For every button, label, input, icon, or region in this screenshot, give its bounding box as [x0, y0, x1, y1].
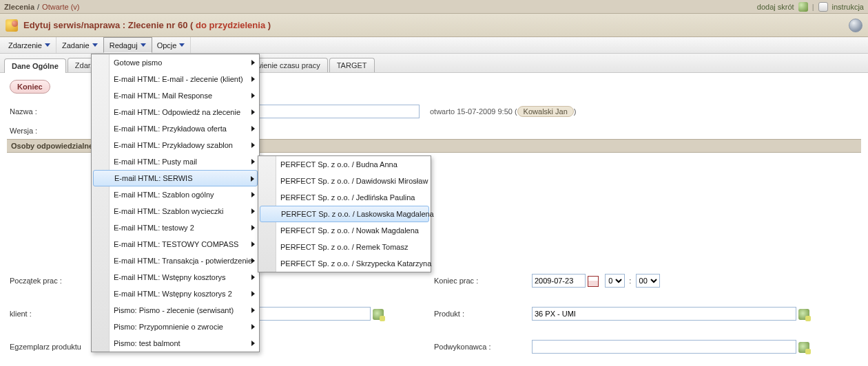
label-wersja: Wersja : [7, 122, 103, 139]
menu-item[interactable]: E-mail HTML: Pusty mail [92, 153, 259, 170]
chevron-right-icon [251, 324, 255, 330]
globe-icon[interactable] [849, 19, 862, 32]
produkt-input[interactable] [532, 307, 796, 321]
menu-item[interactable]: Pismo: test balmont [92, 335, 259, 352]
opened-by-badge: Kowalski Jan [517, 106, 574, 117]
breadcrumb-bar: Zlecenia / Otwarte (v) dodaj skrót | ins… [0, 0, 868, 14]
chevron-right-icon [251, 341, 255, 346]
menu-item[interactable]: Gotowe pismo [92, 54, 259, 71]
shortcut-icon[interactable] [798, 2, 808, 12]
label-klient: klient : [7, 297, 103, 330]
koniec-date-input[interactable] [532, 274, 586, 288]
koniec-min-select[interactable]: 00 [636, 274, 660, 288]
chevron-right-icon [251, 76, 255, 82]
submenu-item[interactable]: PERFECT Sp. z o.o. / Laskowska Magdalena [260, 206, 429, 222]
chevron-right-icon [251, 109, 255, 115]
redaguj-dropdown: Gotowe pismo E-mail HTML: E-mail - zlece… [91, 54, 260, 352]
chevron-right-icon [251, 176, 254, 182]
breadcrumb-current[interactable]: Otwarte (v) [42, 3, 79, 11]
menu-item-serwis[interactable]: E-mail HTML: SERWIS [93, 170, 258, 186]
submenu-item[interactable]: PERFECT Sp. z o.o. / Nowak Magdalena [258, 222, 431, 239]
menu-item[interactable]: E-mail HTML: Przykładowa oferta [92, 120, 259, 137]
menu-item[interactable]: Pismo: Pismo - zlecenie (serwisant) [92, 302, 259, 319]
chevron-right-icon [251, 225, 255, 230]
opened-info: otwarto 15-07-2009 9:50 (Kowalski Jan) [427, 100, 861, 122]
picker-icon[interactable] [798, 342, 809, 353]
label-egzemplarz: Egzemplarz produktu [7, 330, 103, 363]
submenu-item[interactable]: PERFECT Sp. z o.o. / Skrzypecka Katarzyn… [258, 255, 431, 272]
edit-icon [6, 19, 18, 32]
chevron-down-icon [141, 43, 146, 47]
chevron-right-icon [251, 274, 255, 280]
chevron-right-icon [251, 126, 255, 131]
chevron-right-icon [251, 258, 255, 263]
chevron-down-icon [45, 43, 50, 47]
menu-item[interactable]: E-mail HTML: Wstępny kosztorys 2 [92, 286, 259, 302]
menu-item[interactable]: E-mail HTML: Wstępny kosztorys [92, 269, 259, 286]
chevron-down-icon [92, 43, 98, 47]
chevron-right-icon [251, 192, 255, 197]
label-plan: Plan serwisowy : [7, 363, 103, 366]
label-poczatek: Początek prac : [7, 264, 103, 297]
menu-opcje[interactable]: Opcje [152, 37, 192, 53]
tab-zestawienie-czasu[interactable]: wienie czasu pracy [249, 58, 328, 72]
menu-bar: Zdarzenie Zadanie Redaguj Opcje [0, 37, 868, 54]
menu-item[interactable]: E-mail HTML: Transakcja - potwierdzenie [92, 252, 259, 269]
podwykonawca-input[interactable] [532, 340, 796, 354]
serwis-submenu: PERFECT Sp. z o.o. / Budna Anna PERFECT … [258, 155, 431, 272]
menu-item[interactable]: E-mail HTML: Mail Response [92, 87, 259, 104]
breadcrumb-root: Zlecenia [4, 3, 34, 11]
label-podwykonawca: Podwykonawca : [431, 336, 528, 358]
menu-zadanie[interactable]: Zadanie [56, 37, 104, 53]
menu-item[interactable]: E-mail HTML: Szablon ogólny [92, 186, 259, 203]
chevron-right-icon [251, 241, 255, 247]
menu-item[interactable]: Pismo: Przypomnienie o zwrocie [92, 319, 259, 335]
chevron-right-icon [251, 142, 255, 148]
label-koniec-prac: Koniec prac : [431, 270, 528, 292]
menu-item[interactable]: E-mail HTML: E-mail - zlecenie (klient) [92, 71, 259, 87]
instruction-link[interactable]: instrukcja [832, 3, 864, 11]
koniec-button[interactable]: Koniec [10, 80, 50, 94]
menu-redaguj[interactable]: Redaguj [103, 37, 152, 53]
title-bar: Edytuj serwis/naprawa : Zlecenie nr 60 (… [0, 14, 868, 37]
label-produkt: Produkt : [431, 303, 528, 325]
chevron-right-icon [251, 308, 255, 313]
chevron-down-icon [179, 43, 185, 47]
tab-target[interactable]: TARGET [329, 58, 375, 72]
menu-item[interactable]: E-mail HTML: TESTOWY COMPASS [92, 236, 259, 252]
chevron-right-icon [251, 291, 255, 297]
submenu-item[interactable]: PERFECT Sp. z o.o. / Budna Anna [258, 156, 431, 173]
menu-item[interactable]: E-mail HTML: Przykładowy szablon [92, 137, 259, 153]
breadcrumb-sep: / [37, 3, 39, 11]
tab-dane-ogolne[interactable]: Dane Ogólne [4, 58, 66, 73]
label-nazwa: Nazwa : [7, 100, 103, 122]
menu-zdarzenie[interactable]: Zdarzenie [3, 37, 56, 53]
instruction-icon[interactable] [818, 2, 828, 12]
picker-icon[interactable] [798, 309, 809, 320]
picker-icon[interactable] [373, 309, 384, 320]
calendar-icon[interactable] [588, 276, 599, 287]
koniec-hour-select[interactable]: 0 [605, 274, 625, 288]
menu-item[interactable]: E-mail HTML: testowy 2 [92, 219, 259, 236]
submenu-item[interactable]: PERFECT Sp. z o.o. / Remek Tomasz [258, 239, 431, 255]
add-shortcut-link[interactable]: dodaj skrót [757, 3, 794, 11]
chevron-right-icon [251, 208, 255, 214]
submenu-item[interactable]: PERFECT Sp. z o.o. / Jedlińska Paulina [258, 189, 431, 206]
time-separator: : [629, 277, 631, 285]
page-title: Edytuj serwis/naprawa : Zlecenie nr 60 (… [23, 20, 271, 30]
submenu-item[interactable]: PERFECT Sp. z o.o. / Dawidowski Mirosław [258, 173, 431, 189]
menu-item[interactable]: E-mail HTML: Odpowiedź na zlecenie [92, 104, 259, 120]
chevron-right-icon [251, 159, 255, 164]
chevron-right-icon [251, 93, 255, 98]
menu-item[interactable]: E-mail HTML: Szablon wycieczki [92, 203, 259, 219]
chevron-right-icon [251, 60, 255, 65]
